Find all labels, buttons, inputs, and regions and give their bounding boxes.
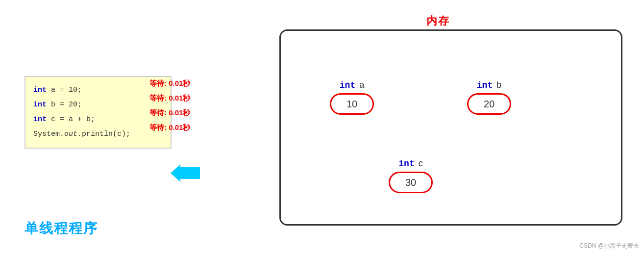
variable-a-group: int a 10 <box>330 80 374 115</box>
svg-marker-0 <box>171 164 200 182</box>
var-a-type: int <box>340 80 355 90</box>
wait-label-4: 等待: 0.01秒 <box>149 120 190 135</box>
wait-label-3: 等待: 0.01秒 <box>149 105 190 120</box>
var-b-cell: 20 <box>467 93 511 115</box>
code-rest-3: c = a + b; <box>47 112 95 127</box>
var-c-type: int <box>398 159 414 169</box>
keyword-3: int <box>33 112 47 127</box>
keyword-2: int <box>33 98 47 112</box>
variable-b-group: int b 20 <box>467 80 511 115</box>
code-rest-2: b = 20; <box>47 98 82 112</box>
var-a-cell: 10 <box>330 93 374 115</box>
code-rest-1: a = 10; <box>47 83 82 98</box>
var-b-name: b <box>496 80 501 90</box>
keyword-1: int <box>33 83 47 98</box>
code-line-4: System.out.println(c); <box>33 127 163 142</box>
code-line-3: int c = a + b; <box>33 112 163 127</box>
code-system: System.out.println(c); <box>33 127 130 142</box>
single-thread-label: 单线程程序 <box>25 219 98 238</box>
var-a-name: a <box>359 80 364 90</box>
memory-box: int a 10 int b 20 int c 30 <box>279 29 622 226</box>
wait-label-2: 等待: 0.01秒 <box>149 91 190 105</box>
var-c-cell: 30 <box>389 172 433 193</box>
wait-label-1: 等待: 0.01秒 <box>149 76 190 91</box>
code-line-2: int b = 20; <box>33 98 163 112</box>
var-c-name: c <box>419 158 423 169</box>
memory-title: 内存 <box>426 14 450 28</box>
wait-labels-container: 等待: 0.01秒 等待: 0.01秒 等待: 0.01秒 等待: 0.01秒 <box>149 76 190 135</box>
code-line-1: int a = 10; <box>33 83 163 98</box>
variable-c-group: int c 30 <box>389 158 433 193</box>
watermark: CSDN @小黑子史蒂夫 <box>579 242 639 250</box>
var-b-type: int <box>477 80 493 90</box>
arrow-indicator <box>171 164 200 184</box>
